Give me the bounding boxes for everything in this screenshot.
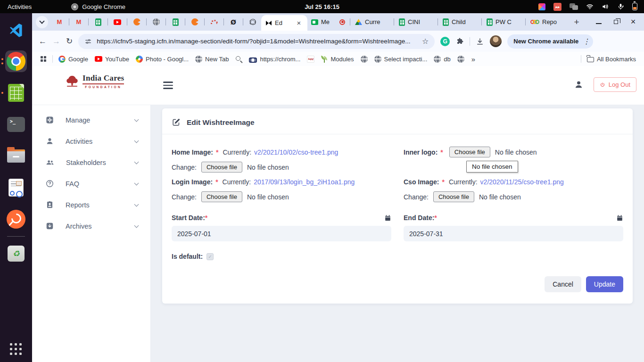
clock[interactable]: Jul 25 16:15 bbox=[305, 3, 339, 10]
profile-avatar[interactable] bbox=[490, 35, 502, 47]
tab-drive[interactable]: Curre bbox=[351, 15, 393, 30]
gmail-icon bbox=[76, 18, 82, 25]
bookmark-apps[interactable] bbox=[37, 54, 50, 64]
tab-openai[interactable] bbox=[244, 15, 261, 30]
tab-null[interactable] bbox=[225, 15, 242, 30]
cso-image-choose-file-button[interactable]: Choose file bbox=[433, 191, 474, 202]
dock-item-postman[interactable] bbox=[5, 208, 27, 230]
bookmark-chrome-link[interactable]: https://chrom... bbox=[246, 54, 304, 64]
dock-item-terminal[interactable] bbox=[5, 114, 27, 135]
tab-globe[interactable] bbox=[148, 15, 165, 30]
tab-close-button[interactable] bbox=[295, 19, 303, 27]
restore-button[interactable] bbox=[614, 20, 618, 24]
cso-image-current-link[interactable]: v2/2020/11/25/cso-tree1.png bbox=[480, 178, 564, 186]
bookmark-youtube[interactable]: YouTube bbox=[91, 54, 132, 64]
downloads-icon[interactable] bbox=[476, 37, 484, 46]
address-bar[interactable]: https://icfnv5-staging.icfn.in/manage-se… bbox=[78, 34, 435, 49]
login-image-current-link[interactable]: 2017/09/13/login_bg_2iH1oa1.png bbox=[254, 178, 355, 186]
currently-label: Currently: bbox=[223, 178, 251, 186]
tab-red-arch[interactable] bbox=[206, 15, 223, 30]
bookmark-star-icon[interactable] bbox=[422, 37, 429, 46]
dock-item-document-viewer[interactable] bbox=[5, 177, 27, 198]
inner-logo-choose-file-button[interactable]: Choose file bbox=[449, 147, 490, 157]
bookmark-globe-2[interactable] bbox=[454, 54, 468, 64]
chat-icon[interactable] bbox=[570, 3, 578, 10]
battery-icon[interactable] bbox=[632, 3, 637, 10]
tab-sheets-2[interactable] bbox=[167, 15, 184, 30]
activities-button[interactable]: Activities bbox=[8, 3, 32, 10]
minimize-button[interactable] bbox=[596, 23, 602, 24]
user-icon[interactable] bbox=[573, 79, 584, 90]
calendar-icon[interactable] bbox=[616, 214, 623, 222]
cancel-button[interactable]: Cancel bbox=[545, 276, 581, 292]
tab-pw[interactable]: PW C bbox=[483, 15, 524, 30]
dock-item-chrome[interactable] bbox=[5, 50, 27, 72]
chrome-update-button[interactable]: New Chrome available bbox=[507, 34, 593, 49]
wifi-icon[interactable] bbox=[586, 3, 594, 10]
grammarly-extension-icon[interactable] bbox=[440, 37, 450, 46]
sidebar-item-faq[interactable]: FAQ bbox=[32, 173, 150, 194]
tab-repo[interactable]: Repo bbox=[527, 15, 568, 30]
dock-item-vscode[interactable] bbox=[5, 19, 27, 41]
bookmark-bajaj[interactable] bbox=[304, 54, 318, 64]
bookmarks-overflow-button[interactable] bbox=[468, 55, 479, 63]
home-image-current-link[interactable]: v2/2021/10/02/cso-tree1.png bbox=[254, 148, 338, 156]
bookmark-google[interactable]: Google bbox=[55, 54, 91, 64]
end-date-input[interactable] bbox=[404, 226, 623, 241]
sidebar-item-stakeholders[interactable]: Stakeholders bbox=[32, 152, 150, 173]
tab-gmail[interactable] bbox=[51, 15, 68, 30]
tab-orange-app-2[interactable] bbox=[186, 15, 203, 30]
bookmark-globe[interactable] bbox=[357, 54, 371, 64]
back-button[interactable] bbox=[39, 37, 47, 45]
tab-child[interactable]: Child bbox=[439, 15, 480, 30]
tab-youtube[interactable] bbox=[109, 15, 126, 30]
bookmark-select-impact[interactable]: Select impacti... bbox=[371, 54, 431, 64]
sidebar-item-reports[interactable]: Reports bbox=[32, 194, 150, 215]
site-logo[interactable]: India Cares Foundation bbox=[65, 74, 124, 89]
sidebar-toggle-button[interactable] bbox=[163, 82, 173, 89]
dock-item-libreoffice-calc[interactable] bbox=[5, 82, 27, 104]
sidebar-item-activities[interactable]: Activities bbox=[32, 131, 150, 152]
bookmark-db[interactable]: db bbox=[430, 54, 454, 64]
home-image-choose-file-button[interactable]: Choose file bbox=[201, 162, 242, 173]
page-title: Edit WishtreeImage bbox=[187, 118, 255, 127]
extensions-icon[interactable] bbox=[455, 37, 464, 46]
tab-search-button[interactable] bbox=[36, 16, 48, 28]
sidebar-item-archives[interactable]: Archives bbox=[32, 215, 150, 237]
all-bookmarks-button[interactable]: All Bookmarks bbox=[584, 54, 639, 64]
tab-gmail-2[interactable] bbox=[70, 15, 87, 30]
login-image-choose-file-button[interactable]: Choose file bbox=[201, 191, 242, 202]
show-applications-button[interactable] bbox=[10, 343, 22, 355]
screen-record-icon[interactable] bbox=[553, 3, 561, 11]
tab-meet[interactable]: Me bbox=[307, 15, 349, 30]
start-date-input[interactable] bbox=[172, 226, 391, 241]
reload-button[interactable] bbox=[66, 37, 73, 45]
calendar-icon[interactable] bbox=[384, 214, 391, 222]
focused-app-name: Google Chrome bbox=[82, 3, 125, 10]
tab-cini[interactable]: CINI bbox=[395, 15, 437, 30]
volume-icon[interactable] bbox=[602, 3, 609, 10]
chevron-down-icon bbox=[134, 181, 139, 185]
tab-orange-app[interactable] bbox=[128, 15, 145, 30]
globe-icon bbox=[374, 56, 381, 63]
bookmark-modules[interactable]: Modules bbox=[318, 54, 357, 64]
forward-button[interactable] bbox=[52, 37, 60, 45]
site-settings-icon[interactable] bbox=[84, 38, 92, 45]
update-button[interactable]: Update bbox=[586, 276, 623, 292]
bookmark-new-tab[interactable]: New Tab bbox=[192, 54, 232, 64]
bookmark-photos[interactable]: Photo - Googl... bbox=[132, 54, 192, 64]
dock-item-trash[interactable] bbox=[5, 243, 27, 264]
new-tab-button[interactable] bbox=[570, 16, 583, 29]
bookmark-search[interactable] bbox=[232, 54, 246, 64]
app-cube-icon[interactable] bbox=[538, 3, 545, 10]
active-tab[interactable]: Ed bbox=[261, 15, 307, 31]
dock-item-files[interactable] bbox=[5, 145, 27, 167]
logout-button[interactable]: Log Out bbox=[594, 77, 636, 92]
menu-kebab-icon[interactable] bbox=[583, 37, 590, 46]
close-button[interactable] bbox=[630, 17, 636, 27]
focused-app-indicator[interactable]: Google Chrome bbox=[71, 3, 125, 10]
tab-sheets[interactable] bbox=[90, 15, 107, 30]
sidebar-item-manage[interactable]: Manage bbox=[32, 109, 150, 131]
microphone-icon[interactable] bbox=[617, 3, 624, 10]
is-default-checkbox[interactable] bbox=[206, 253, 214, 260]
